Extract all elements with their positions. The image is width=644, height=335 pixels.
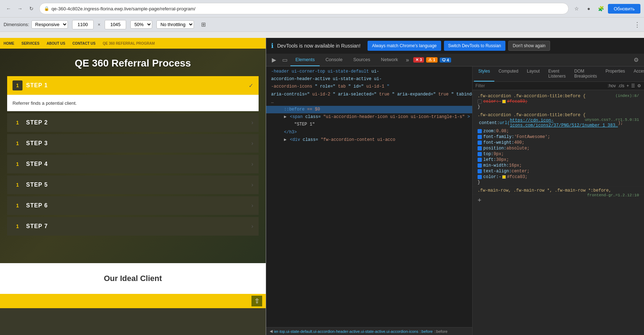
step7-header[interactable]: 1 STEP 7 › (7, 217, 259, 236)
nav-about[interactable]: ABOUT US (46, 41, 65, 45)
bookmark-icon[interactable]: ☆ (571, 4, 581, 14)
nav-home[interactable]: HOME (4, 41, 14, 45)
nav-contact[interactable]: CONTACT US (73, 41, 96, 45)
step2-arrow: › (251, 119, 253, 126)
prop-checkbox-ta[interactable] (478, 169, 482, 173)
dont-show-button[interactable]: Don't show again (508, 41, 550, 51)
html-tree[interactable]: -header ui-corner-top ui-state-default u… (266, 66, 472, 327)
subtab-dom-breakpoints[interactable]: DOM Breakpoints (570, 66, 601, 82)
tab-network[interactable]: Network (376, 54, 403, 66)
extension-icon[interactable]: 🧩 (596, 4, 606, 14)
width-input[interactable] (72, 20, 94, 29)
browser-actions: ☆ ● 🧩 Обновить (571, 4, 640, 14)
prop-checkbox-mw[interactable] (478, 163, 482, 168)
rule2-left: left: 30px; (478, 157, 639, 163)
prop-val-strikethrough: #fcca03; (507, 99, 528, 104)
subtab-event-listeners[interactable]: Event Listeners (544, 66, 570, 82)
switch-russian-button[interactable]: Switch DevTools to Russian (444, 41, 505, 51)
tree-text-line[interactable]: "STEP 1" (266, 121, 472, 128)
step3-header[interactable]: 1 STEP 3 › (7, 134, 259, 153)
tree-div-line[interactable]: ▶ <div class= "fw-accordion-content ui-a… (266, 136, 472, 144)
prop-checkbox[interactable] (478, 99, 482, 104)
tree-line[interactable]: -header ui-corner-top ui-state-default u… (266, 68, 472, 75)
inspect-icon[interactable]: ▶ (269, 55, 279, 65)
dimensions-select[interactable]: Responsive (31, 20, 68, 29)
prop-name-strikethrough: color:- (483, 99, 501, 104)
filter-input[interactable] (475, 83, 605, 88)
add-rule-btn[interactable]: + (626, 83, 629, 88)
tree-line[interactable]: aria-controls=" ui-id-2 " aria-selected=… (266, 91, 472, 98)
message-badge: 🗨 4 (440, 58, 451, 63)
profile-icon[interactable]: ● (584, 4, 594, 14)
accordion-step-3: 1 STEP 3 › (7, 134, 259, 153)
reload-button[interactable]: ↻ (26, 4, 36, 14)
website-preview: HOME SERVICES ABOUT US CONTACT US QE 360… (0, 38, 266, 335)
prop-checkbox-color[interactable] (478, 175, 482, 179)
settings2-icon[interactable]: ⚙ (637, 83, 641, 88)
accordion-step-1: 1 STEP 1 ✓ Referrer finds a potential cl… (7, 76, 259, 111)
scroll-to-top-button[interactable]: ⇧ (251, 296, 262, 306)
step6-header[interactable]: 1 STEP 6 › (7, 196, 259, 215)
subtab-computed[interactable]: Computed (494, 66, 523, 82)
copy-icon[interactable]: ☰ (631, 83, 635, 88)
address-bar[interactable]: 🔒 qe-360-4c802e.ingress-florina.ewp.live… (39, 3, 569, 14)
subtab-layout[interactable]: Layout (523, 66, 544, 82)
tree-ellipsis-line[interactable]: … (266, 98, 472, 106)
prop-checkbox-left[interactable] (478, 158, 482, 162)
dimension-separator: × (98, 22, 101, 27)
tabs-more-icon[interactable]: » (404, 57, 411, 63)
ruler-toggle[interactable]: ⊞ (198, 20, 208, 30)
rule2-minwidth: min-width: 16px; (478, 163, 639, 168)
nav-qe360[interactable]: QE 360 REFERRAL PROGRAM (103, 41, 155, 45)
tree-span-line[interactable]: ▶ <span class= "ui-accordion-header-icon… (266, 113, 472, 121)
subtab-styles[interactable]: Styles (474, 66, 494, 82)
device-icon[interactable]: ▭ (280, 55, 290, 65)
tree-line[interactable]: -accordion-icons " role=" tab " id=" ui-… (266, 83, 472, 90)
styles-content: .fw-accordion .fw-accordion-title:before… (473, 90, 644, 335)
subtab-properties[interactable]: Properties (601, 66, 629, 82)
step1-header[interactable]: 1 STEP 1 ✓ (7, 76, 259, 95)
prop-checkbox-fw[interactable] (478, 141, 482, 145)
tab-settings: ⚙ (631, 55, 641, 65)
url-text: qe-360-4c802e.ingress-florina.ewp.live/s… (51, 6, 564, 11)
subtab-accessibility[interactable]: Accessibil… (629, 66, 644, 82)
tab-elements[interactable]: Elements (290, 54, 320, 66)
tab-console[interactable]: Console (320, 54, 348, 66)
step2-header[interactable]: 1 STEP 2 › (7, 113, 259, 132)
breadcrumb-arrow[interactable]: ◀ (270, 329, 273, 334)
nav-services[interactable]: SERVICES (21, 41, 39, 45)
step3-label: STEP 3 (26, 140, 48, 147)
prop-checkbox-top[interactable] (478, 152, 482, 156)
step4-header[interactable]: 1 STEP 4 › (7, 155, 259, 173)
tree-h3-close[interactable]: </h3> (266, 129, 472, 136)
add-property-icon[interactable]: + (478, 197, 481, 204)
breadcrumb-text[interactable]: ier-top.ui-state-default.ui-accordion-he… (274, 329, 433, 334)
error-badge: ✕ 3 (413, 57, 424, 63)
more-options-icon[interactable]: ⋮ (634, 21, 640, 29)
forward-button[interactable]: → (15, 4, 25, 14)
prop-checkbox-ff[interactable] (478, 135, 482, 139)
zoom-select[interactable]: 50% (130, 20, 152, 29)
back-button[interactable]: ← (4, 4, 14, 14)
browser-toolbar: ← → ↻ 🔒 qe-360-4c802e.ingress-florina.ew… (0, 0, 644, 17)
content-url-link[interactable]: https://cdn.icon-icons.com/icons2/37/PNG… (510, 118, 618, 128)
hov-filter[interactable]: :hov (608, 83, 616, 88)
prop-checkbox-zoom[interactable] (478, 129, 482, 133)
ruler-bar (0, 31, 644, 38)
step2-label: STEP 2 (26, 119, 48, 126)
tab-sources[interactable]: Sources (348, 54, 375, 66)
throttle-select[interactable]: No throttling (156, 20, 194, 29)
banner-buttons: Always match Chrome's language Switch De… (368, 41, 550, 51)
settings-icon[interactable]: ⚙ (631, 55, 641, 65)
tree-line[interactable]: accordion-header-active ui-state-active … (266, 75, 472, 83)
match-language-button[interactable]: Always match Chrome's language (368, 41, 441, 51)
update-button[interactable]: Обновить (608, 4, 640, 14)
cls-filter[interactable]: .cls (618, 83, 624, 88)
prop-checkbox-pos[interactable] (478, 146, 482, 151)
height-input[interactable] (105, 20, 126, 29)
breadcrumb-pseudo: ::before (434, 329, 448, 334)
devtools-right: Styles Computed Layout Event Listeners D… (473, 66, 644, 335)
tree-before-line[interactable]: ::before == $0 (266, 106, 472, 113)
step5-header[interactable]: 1 STEP 5 › (7, 176, 259, 194)
accordion-step-7: 1 STEP 7 › (7, 217, 259, 236)
